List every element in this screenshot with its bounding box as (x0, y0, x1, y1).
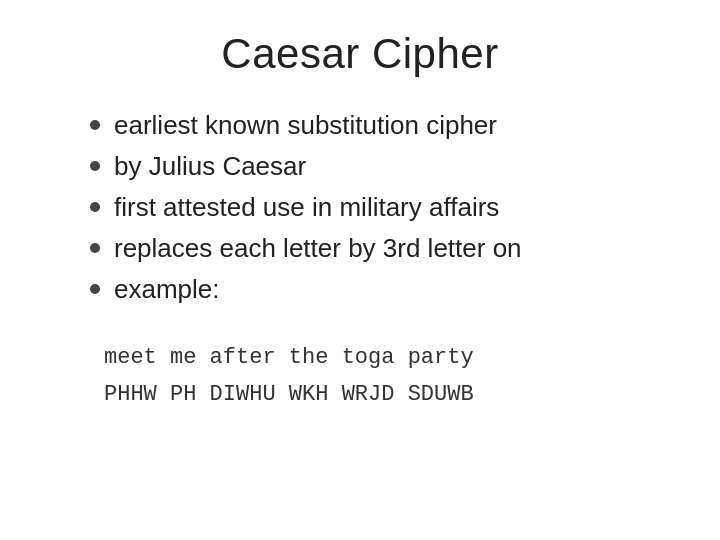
bullet-dot (90, 284, 100, 294)
page-title: Caesar Cipher (60, 30, 660, 78)
bullet-dot (90, 243, 100, 253)
bullet-text-5: example: (114, 274, 220, 305)
example-block: meet me after the toga party PHHW PH DIW… (104, 339, 474, 414)
list-item: earliest known substitution cipher (90, 110, 522, 141)
bullet-dot (90, 120, 100, 130)
ciphertext-line: PHHW PH DIWHU WKH WRJD SDUWB (104, 376, 474, 413)
bullet-text-2: by Julius Caesar (114, 151, 306, 182)
bullet-list: earliest known substitution cipher by Ju… (90, 110, 522, 315)
bullet-dot (90, 202, 100, 212)
list-item: replaces each letter by 3rd letter on (90, 233, 522, 264)
list-item: example: (90, 274, 522, 305)
bullet-text-3: first attested use in military affairs (114, 192, 499, 223)
plaintext-line: meet me after the toga party (104, 339, 474, 376)
list-item: by Julius Caesar (90, 151, 522, 182)
bullet-dot (90, 161, 100, 171)
bullet-text-4: replaces each letter by 3rd letter on (114, 233, 522, 264)
bullet-text-1: earliest known substitution cipher (114, 110, 497, 141)
list-item: first attested use in military affairs (90, 192, 522, 223)
